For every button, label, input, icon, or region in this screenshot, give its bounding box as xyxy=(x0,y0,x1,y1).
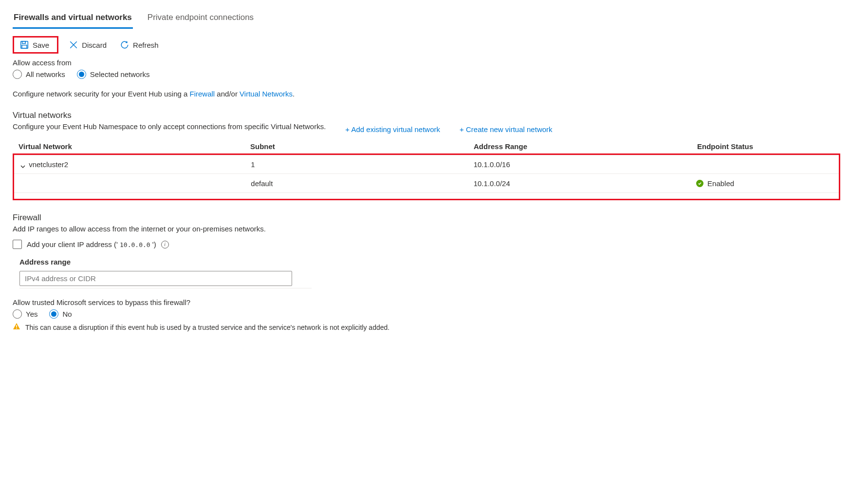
col-vnet: Virtual Network xyxy=(13,138,244,154)
range-cell: 10.1.0.0/24 xyxy=(468,174,690,193)
table-row[interactable]: vnetcluster2 1 10.1.0.0/16 xyxy=(14,155,839,174)
toolbar: Save Discard Refresh xyxy=(13,36,840,54)
radio-yes-label: Yes xyxy=(26,310,37,318)
radio-selected-networks-label: Selected networks xyxy=(90,70,150,78)
config-description: Configure network security for your Even… xyxy=(13,90,840,98)
add-client-ip-checkbox[interactable] xyxy=(13,240,22,249)
virtual-networks-table: Virtual Network Subnet Address Range End… xyxy=(13,138,840,154)
allow-access-radiogroup: All networks Selected networks xyxy=(13,70,840,79)
virtual-networks-description: Configure your Event Hub Namespace to on… xyxy=(13,122,326,131)
config-mid: and/or xyxy=(215,90,240,98)
address-range-input[interactable] xyxy=(19,271,292,286)
svg-rect-2 xyxy=(22,45,27,49)
vnet-name: vnetcluster2 xyxy=(29,160,68,169)
chevron-down-icon[interactable] xyxy=(20,163,25,168)
client-ip-prefix: Add your client IP address (' xyxy=(27,240,120,248)
radio-trusted-no[interactable]: No xyxy=(49,309,72,319)
vnet-name xyxy=(14,174,245,193)
warning-message: This can cause a disruption if this even… xyxy=(13,323,840,332)
divider xyxy=(19,288,312,288)
warning-icon xyxy=(13,323,20,332)
refresh-button[interactable]: Refresh xyxy=(115,38,164,52)
col-status: Endpoint Status xyxy=(691,138,840,154)
radio-no-label: No xyxy=(62,310,72,318)
trusted-services-radiogroup: Yes No xyxy=(13,309,840,319)
discard-button[interactable]: Discard xyxy=(64,38,111,52)
warning-text: This can cause a disruption if this even… xyxy=(25,324,389,331)
firewall-heading: Firewall xyxy=(13,213,840,223)
info-icon[interactable]: i xyxy=(161,241,169,248)
discard-icon xyxy=(69,40,78,49)
firewall-description: Add IP ranges to allow access from the i… xyxy=(13,225,840,233)
tabs: Firewalls and virtual networks Private e… xyxy=(13,9,840,29)
radio-circle-icon xyxy=(13,309,22,319)
subnet-cell: 1 xyxy=(245,155,467,174)
trusted-services-question: Allow trusted Microsoft services to bypa… xyxy=(13,298,840,306)
radio-circle-icon xyxy=(77,70,86,79)
discard-label: Discard xyxy=(82,41,107,49)
range-cell: 10.1.0.0/16 xyxy=(468,155,690,174)
config-suffix: . xyxy=(293,90,295,98)
radio-selected-networks[interactable]: Selected networks xyxy=(77,70,150,79)
add-existing-vnet-link[interactable]: + Add existing virtual network xyxy=(345,125,440,134)
client-ip-value: 10.0.0.0 xyxy=(120,241,150,248)
status-enabled: Enabled xyxy=(696,179,734,188)
add-client-ip-label: Add your client IP address (' 10.0.0.0 '… xyxy=(27,240,156,248)
status-text: Enabled xyxy=(707,179,734,188)
firewall-link[interactable]: Firewall xyxy=(190,90,215,98)
save-label: Save xyxy=(33,41,49,49)
subnet-cell: default xyxy=(245,174,467,193)
radio-circle-icon xyxy=(13,70,22,79)
client-ip-suffix: ') xyxy=(150,240,156,248)
col-range: Address Range xyxy=(468,138,691,154)
save-icon xyxy=(20,40,29,49)
allow-access-label: Allow access from xyxy=(13,58,840,67)
table-row[interactable]: default 10.1.0.0/24 Enabled xyxy=(14,174,839,193)
col-subnet: Subnet xyxy=(244,138,468,154)
check-circle-icon xyxy=(696,180,703,187)
highlight-save: Save xyxy=(13,36,58,54)
status-cell xyxy=(690,155,839,174)
svg-rect-6 xyxy=(16,328,17,329)
tab-private-endpoints[interactable]: Private endpoint connections xyxy=(147,9,255,29)
config-prefix: Configure network security for your Even… xyxy=(13,90,190,98)
radio-trusted-yes[interactable]: Yes xyxy=(13,309,37,319)
save-button[interactable]: Save xyxy=(15,38,54,52)
virtual-networks-heading: Virtual networks xyxy=(13,111,840,120)
table-header-row: Virtual Network Subnet Address Range End… xyxy=(13,138,840,154)
tab-firewalls[interactable]: Firewalls and virtual networks xyxy=(13,9,133,29)
radio-all-networks[interactable]: All networks xyxy=(13,70,65,79)
virtual-networks-link[interactable]: Virtual Networks xyxy=(240,90,293,98)
refresh-icon xyxy=(120,40,129,49)
svg-rect-5 xyxy=(16,325,17,327)
address-range-label: Address range xyxy=(19,258,840,266)
create-new-vnet-link[interactable]: + Create new virtual network xyxy=(460,125,553,134)
radio-all-networks-label: All networks xyxy=(26,70,65,78)
refresh-label: Refresh xyxy=(133,41,159,49)
highlight-vnet-rows: vnetcluster2 1 10.1.0.0/16 default 10.1.… xyxy=(13,153,840,200)
svg-rect-1 xyxy=(22,41,26,44)
radio-circle-icon xyxy=(49,309,58,319)
